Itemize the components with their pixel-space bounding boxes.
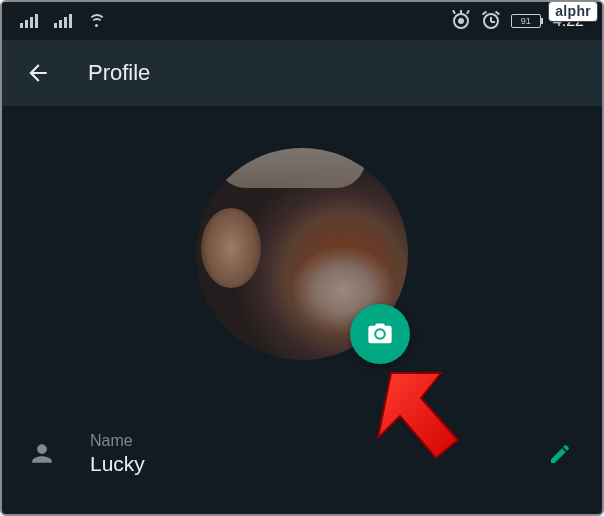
wifi-icon xyxy=(88,14,106,28)
visibility-icon xyxy=(451,14,471,28)
avatar-container xyxy=(196,148,408,360)
status-left xyxy=(20,14,106,28)
page-title: Profile xyxy=(88,60,150,86)
signal-2-icon xyxy=(54,14,72,28)
content: Name Lucky xyxy=(2,106,602,476)
name-value: Lucky xyxy=(90,452,510,476)
watermark-tag: alphr xyxy=(548,1,598,22)
camera-icon xyxy=(366,320,394,348)
back-button[interactable] xyxy=(24,59,52,87)
app-bar: Profile xyxy=(2,40,602,106)
alarm-icon xyxy=(483,13,499,29)
name-label: Name xyxy=(90,432,510,450)
person-icon xyxy=(28,440,56,468)
change-photo-button[interactable] xyxy=(350,304,410,364)
name-info: Name Lucky xyxy=(90,432,510,476)
battery-icon: 91 xyxy=(511,14,541,28)
signal-1-icon xyxy=(20,14,38,28)
edit-name-button[interactable] xyxy=(544,438,576,470)
arrow-left-icon xyxy=(25,60,51,86)
name-field: Name Lucky xyxy=(2,432,602,476)
app-frame: alphr 91 4:22 Profile xyxy=(0,0,604,516)
status-bar: 91 4:22 xyxy=(2,2,602,40)
pencil-icon xyxy=(548,442,572,466)
